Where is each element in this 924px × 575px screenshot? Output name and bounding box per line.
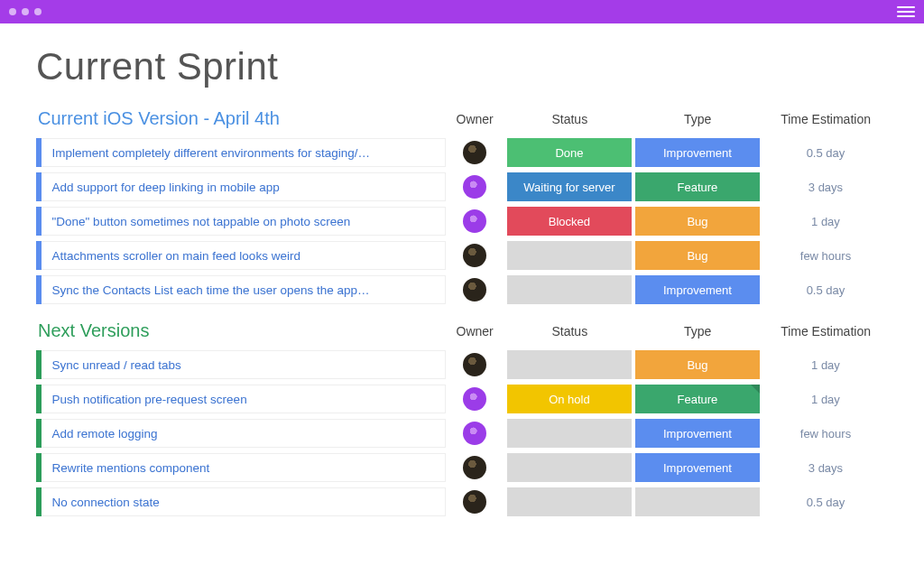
owner-cell[interactable] <box>446 453 504 482</box>
avatar[interactable] <box>463 141 486 164</box>
status-cell[interactable]: Waiting for server <box>507 172 632 201</box>
owner-cell[interactable] <box>446 419 504 448</box>
task-row: Push notification pre-request screenOn h… <box>36 385 888 413</box>
column-header-status: Status <box>507 324 632 339</box>
owner-cell[interactable] <box>446 487 504 516</box>
task-name[interactable]: Sync unread / read tabs <box>42 350 446 379</box>
task-name[interactable]: "Done" button sometimes not tappable on … <box>42 207 446 236</box>
task-row: Implement completely different environme… <box>36 138 888 167</box>
group-title[interactable]: Current iOS Version - April 4th <box>36 108 446 129</box>
column-header-owner: Owner <box>446 324 504 339</box>
time-estimation-cell[interactable]: 0.5 day <box>763 275 888 304</box>
time-estimation-cell[interactable]: 3 days <box>763 453 888 482</box>
task-row: Add support for deep linking in mobile a… <box>36 172 888 201</box>
time-estimation-cell[interactable]: 1 day <box>763 350 888 379</box>
task-row: Attachments scroller on main feed looks … <box>36 241 888 270</box>
task-name[interactable]: Sync the Contacts List each time the use… <box>42 275 446 304</box>
owner-cell[interactable] <box>446 241 504 270</box>
group-next: Next VersionsOwnerStatusTypeTime Estimat… <box>36 317 888 516</box>
type-cell[interactable]: Feature <box>635 385 760 413</box>
task-row: "Done" button sometimes not tappable on … <box>36 207 888 236</box>
owner-cell[interactable] <box>446 138 504 167</box>
task-name[interactable]: Push notification pre-request screen <box>42 385 446 413</box>
task-name[interactable]: Rewrite mentions component <box>42 453 446 482</box>
status-cell[interactable]: On hold <box>507 385 632 413</box>
column-header-type: Type <box>635 324 760 339</box>
task-row: Rewrite mentions componentImprovement3 d… <box>36 453 888 482</box>
status-cell[interactable] <box>507 453 632 482</box>
time-estimation-cell[interactable]: 3 days <box>763 172 888 201</box>
column-header-owner: Owner <box>446 112 504 126</box>
task-name[interactable]: Add support for deep linking in mobile a… <box>42 172 446 201</box>
time-estimation-cell[interactable]: 0.5 day <box>763 138 888 167</box>
type-cell[interactable]: Improvement <box>635 138 760 167</box>
time-estimation-cell[interactable]: 1 day <box>763 207 888 236</box>
owner-cell[interactable] <box>446 275 504 304</box>
owner-cell[interactable] <box>446 172 504 201</box>
group-title[interactable]: Next Versions <box>36 320 446 341</box>
status-cell[interactable] <box>507 241 632 270</box>
avatar[interactable] <box>463 244 486 267</box>
task-name[interactable]: Attachments scroller on main feed looks … <box>42 241 446 270</box>
column-header-type: Type <box>635 112 760 126</box>
task-row: Add remote loggingImprovementfew hours <box>36 419 888 448</box>
type-cell[interactable]: Improvement <box>635 419 760 448</box>
group-header: Next VersionsOwnerStatusTypeTime Estimat… <box>36 317 888 350</box>
task-row: Sync unread / read tabsBug1 day <box>36 350 888 379</box>
status-cell[interactable] <box>507 350 632 379</box>
avatar[interactable] <box>463 387 486 411</box>
task-name[interactable]: No connection state <box>42 487 446 516</box>
type-cell[interactable]: Improvement <box>635 275 760 304</box>
status-cell[interactable]: Done <box>507 138 632 167</box>
status-cell[interactable] <box>507 275 632 304</box>
task-name[interactable]: Add remote logging <box>42 419 446 448</box>
avatar[interactable] <box>463 456 486 479</box>
window-dot[interactable] <box>22 8 29 15</box>
owner-cell[interactable] <box>446 207 504 236</box>
time-estimation-cell[interactable]: few hours <box>763 419 888 448</box>
time-estimation-cell[interactable]: few hours <box>763 241 888 270</box>
column-header-status: Status <box>507 112 632 126</box>
window-titlebar <box>0 0 924 23</box>
column-header-time: Time Estimation <box>763 112 888 126</box>
window-dot[interactable] <box>9 8 16 15</box>
window-controls[interactable] <box>9 8 42 15</box>
type-cell[interactable]: Bug <box>635 350 760 379</box>
avatar[interactable] <box>463 490 486 514</box>
status-cell[interactable] <box>507 487 632 516</box>
task-name[interactable]: Implement completely different environme… <box>42 138 446 167</box>
type-cell[interactable]: Improvement <box>635 453 760 482</box>
avatar[interactable] <box>463 353 486 376</box>
type-cell[interactable]: Feature <box>635 172 760 201</box>
window-dot[interactable] <box>34 8 42 15</box>
avatar[interactable] <box>463 422 486 445</box>
type-cell[interactable]: Bug <box>635 207 760 236</box>
status-cell[interactable]: Blocked <box>507 207 632 236</box>
column-header-time: Time Estimation <box>763 324 888 339</box>
page-title: Current Sprint <box>36 45 888 88</box>
task-row: No connection state0.5 day <box>36 487 888 516</box>
avatar[interactable] <box>463 175 486 199</box>
group-header: Current iOS Version - April 4thOwnerStat… <box>36 105 888 138</box>
avatar[interactable] <box>463 209 486 233</box>
task-row: Sync the Contacts List each time the use… <box>36 275 888 304</box>
status-cell[interactable] <box>507 419 632 448</box>
type-cell[interactable] <box>635 487 760 516</box>
time-estimation-cell[interactable]: 0.5 day <box>763 487 888 516</box>
owner-cell[interactable] <box>446 385 504 413</box>
type-cell[interactable]: Bug <box>635 241 760 270</box>
menu-icon[interactable] <box>897 6 915 17</box>
owner-cell[interactable] <box>446 350 504 379</box>
group-current: Current iOS Version - April 4thOwnerStat… <box>36 105 888 304</box>
avatar[interactable] <box>463 278 486 301</box>
time-estimation-cell[interactable]: 1 day <box>763 385 888 413</box>
